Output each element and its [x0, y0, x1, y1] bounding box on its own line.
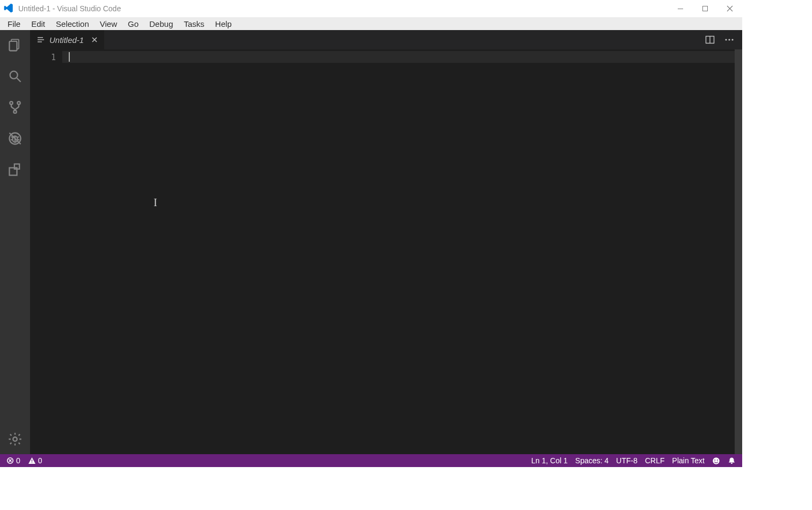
svg-rect-31: [32, 462, 32, 463]
ibeam-cursor-icon: I: [154, 196, 155, 207]
svg-rect-35: [731, 463, 733, 464]
line-number: 1: [30, 53, 56, 62]
editor[interactable]: 1 I: [30, 49, 742, 454]
minimize-button[interactable]: [668, 0, 693, 17]
app-window: Untitled-1 - Visual Studio Code File Edi…: [0, 0, 742, 467]
svg-rect-0: [678, 9, 683, 9]
status-encoding[interactable]: UTF-8: [616, 456, 637, 465]
svg-point-7: [10, 101, 12, 104]
svg-point-5: [10, 71, 18, 79]
menu-selection[interactable]: Selection: [50, 18, 95, 30]
settings-gear-icon[interactable]: [0, 428, 30, 450]
status-cursor-position[interactable]: Ln 1, Col 1: [531, 456, 568, 465]
status-errors[interactable]: 0: [6, 456, 20, 465]
window-controls: [668, 0, 742, 17]
menu-help[interactable]: Help: [210, 18, 237, 30]
menu-edit[interactable]: Edit: [26, 18, 50, 30]
svg-rect-3: [10, 41, 17, 51]
text-cursor: [69, 52, 70, 62]
vertical-scrollbar[interactable]: [735, 49, 742, 454]
svg-point-34: [717, 460, 718, 461]
svg-point-28: [731, 39, 733, 40]
current-line-highlight: [62, 51, 735, 63]
more-actions-icon[interactable]: [723, 33, 736, 46]
debug-icon[interactable]: [0, 128, 30, 149]
void-area: [742, 0, 812, 467]
tab-untitled-1[interactable]: Untitled-1: [30, 30, 105, 49]
menu-go[interactable]: Go: [122, 18, 144, 30]
workbench: Untitled-1: [0, 30, 742, 454]
status-errors-count: 0: [16, 456, 20, 465]
maximize-button[interactable]: [693, 0, 717, 17]
svg-point-9: [13, 110, 16, 113]
window-title: Untitled-1 - Visual Studio Code: [18, 4, 121, 13]
search-icon[interactable]: [0, 65, 30, 87]
file-icon: [37, 35, 45, 44]
svg-point-27: [728, 39, 730, 40]
tab-close-icon[interactable]: [91, 37, 98, 43]
titlebar: Untitled-1 - Visual Studio Code: [0, 0, 742, 17]
notifications-bell-icon[interactable]: [728, 457, 736, 465]
status-warnings-count: 0: [38, 456, 42, 465]
menu-view[interactable]: View: [95, 18, 122, 30]
status-indentation[interactable]: Spaces: 4: [575, 456, 608, 465]
activity-bar: [0, 30, 30, 454]
svg-point-26: [725, 39, 727, 40]
svg-point-8: [17, 101, 20, 104]
feedback-smiley-icon[interactable]: [712, 457, 720, 465]
line-number-gutter: 1: [30, 49, 62, 454]
svg-point-20: [13, 437, 17, 441]
svg-rect-1: [703, 6, 708, 11]
tab-label: Untitled-1: [49, 35, 84, 45]
svg-rect-30: [32, 460, 32, 462]
menu-file[interactable]: File: [2, 18, 26, 30]
close-button[interactable]: [717, 0, 742, 17]
menu-tasks[interactable]: Tasks: [178, 18, 209, 30]
status-language-mode[interactable]: Plain Text: [672, 456, 705, 465]
explorer-icon[interactable]: [0, 34, 30, 56]
editor-group: Untitled-1: [30, 30, 742, 454]
menu-debug[interactable]: Debug: [144, 18, 178, 30]
svg-line-6: [17, 78, 21, 82]
status-bar: 0 0 Ln 1, Col 1 Spaces: 4 UTF-8 CRLF Pla…: [0, 454, 742, 467]
source-control-icon[interactable]: [0, 97, 30, 118]
code-area[interactable]: I: [62, 49, 742, 454]
status-warnings[interactable]: 0: [28, 456, 42, 465]
split-editor-icon[interactable]: [704, 33, 716, 46]
svg-point-33: [714, 460, 715, 461]
menubar: File Edit Selection View Go Debug Tasks …: [0, 17, 742, 30]
status-eol[interactable]: CRLF: [645, 456, 665, 465]
tab-bar: Untitled-1: [30, 30, 742, 49]
vscode-logo-icon: [3, 3, 14, 15]
extensions-icon[interactable]: [0, 159, 30, 180]
